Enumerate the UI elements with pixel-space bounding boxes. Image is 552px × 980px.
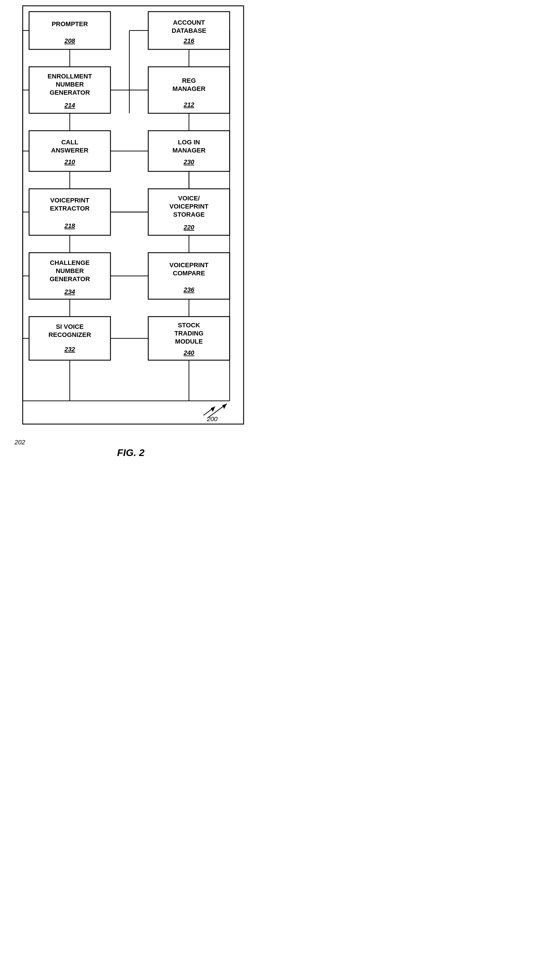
diagram-container: PROMPTER 208 ACCOUNT DATABASE 216 ENROLL… xyxy=(6,0,256,459)
svg-text:CALL: CALL xyxy=(61,138,78,146)
svg-rect-6 xyxy=(148,131,230,171)
svg-rect-5 xyxy=(29,131,110,171)
svg-text:VOICE/: VOICE/ xyxy=(178,195,200,202)
svg-text:CHALLENGE: CHALLENGE xyxy=(50,259,90,266)
svg-text:MANAGER: MANAGER xyxy=(172,147,206,154)
svg-text:240: 240 xyxy=(183,349,195,356)
svg-text:200: 200 xyxy=(207,415,218,423)
svg-text:REG: REG xyxy=(182,77,196,84)
svg-marker-87 xyxy=(222,404,227,409)
svg-line-86 xyxy=(207,404,227,418)
svg-text:RECOGNIZER: RECOGNIZER xyxy=(49,331,91,338)
svg-text:LOG IN: LOG IN xyxy=(178,138,200,146)
svg-text:NUMBER: NUMBER xyxy=(56,267,84,274)
svg-text:STORAGE: STORAGE xyxy=(173,211,205,218)
svg-line-38 xyxy=(203,407,215,415)
svg-text:234: 234 xyxy=(64,288,75,295)
svg-text:GENERATOR: GENERATOR xyxy=(50,89,90,96)
svg-marker-39 xyxy=(211,407,215,412)
svg-text:MODULE: MODULE xyxy=(175,338,203,345)
svg-text:220: 220 xyxy=(183,224,195,231)
svg-text:216: 216 xyxy=(183,37,195,45)
svg-text:MANAGER: MANAGER xyxy=(172,85,206,92)
svg-text:210: 210 xyxy=(64,158,75,165)
svg-text:TRADING: TRADING xyxy=(174,330,203,337)
svg-rect-1 xyxy=(29,12,110,49)
svg-text:ACCOUNT: ACCOUNT xyxy=(173,19,205,26)
svg-text:VOICEPRINT: VOICEPRINT xyxy=(50,197,89,204)
svg-text:VOICEPRINT: VOICEPRINT xyxy=(169,261,209,269)
svg-text:212: 212 xyxy=(183,101,195,108)
svg-text:COMPARE: COMPARE xyxy=(173,270,205,277)
svg-text:214: 214 xyxy=(64,102,75,109)
svg-text:PROMPTER: PROMPTER xyxy=(52,20,88,28)
svg-text:DATABASE: DATABASE xyxy=(172,27,206,34)
svg-text:NUMBER: NUMBER xyxy=(56,81,84,88)
svg-text:236: 236 xyxy=(183,286,195,293)
svg-rect-8 xyxy=(148,189,230,235)
svg-text:SI VOICE: SI VOICE xyxy=(56,323,83,330)
svg-text:218: 218 xyxy=(64,222,75,229)
svg-text:GENERATOR: GENERATOR xyxy=(50,275,90,283)
svg-text:230: 230 xyxy=(183,158,195,165)
svg-rect-12 xyxy=(148,317,230,360)
svg-text:ENROLLMENT: ENROLLMENT xyxy=(48,73,92,80)
svg-rect-7 xyxy=(29,189,110,235)
svg-rect-4 xyxy=(148,67,230,113)
connectors-svg: PROMPTER 208 ACCOUNT DATABASE 216 ENROLL… xyxy=(6,0,256,459)
svg-text:VOICEPRINT: VOICEPRINT xyxy=(169,203,209,210)
svg-text:FIG. 2: FIG. 2 xyxy=(117,447,145,458)
svg-rect-11 xyxy=(29,317,110,360)
svg-text:232: 232 xyxy=(64,346,75,353)
svg-text:202: 202 xyxy=(14,439,25,446)
svg-text:208: 208 xyxy=(64,37,75,45)
svg-rect-10 xyxy=(148,253,230,299)
svg-rect-3 xyxy=(29,67,110,113)
svg-text:ANSWERER: ANSWERER xyxy=(51,147,88,154)
svg-rect-0 xyxy=(23,6,244,424)
svg-rect-2 xyxy=(148,12,230,49)
svg-text:STOCK: STOCK xyxy=(178,321,200,329)
svg-rect-9 xyxy=(29,253,110,299)
svg-text:EXTRACTOR: EXTRACTOR xyxy=(50,205,90,212)
